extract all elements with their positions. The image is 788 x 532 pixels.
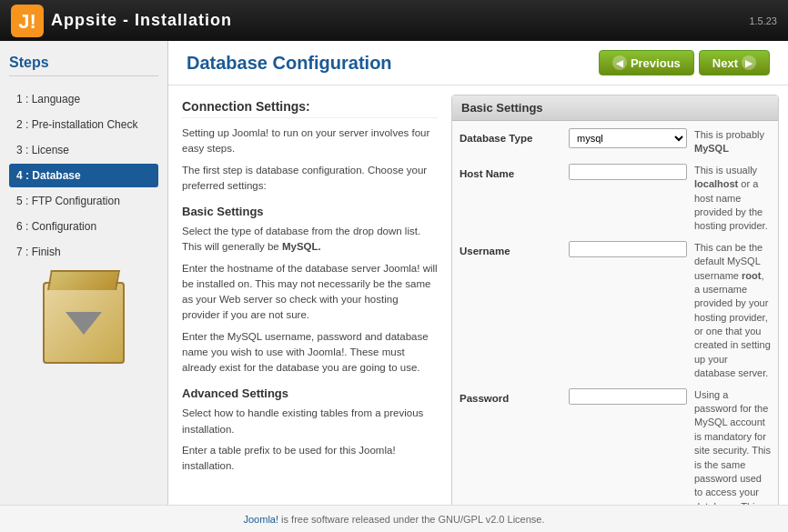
next-button[interactable]: Next ▶ [699,50,770,75]
sidebar-item-preinstall[interactable]: 2 : Pre-installation Check [9,113,158,136]
footer: Joomla! is free software released under … [0,505,788,532]
basic-desc-2: Enter the hostname of the database serve… [182,261,438,324]
content-area: Database Configuration ◀ Previous Next ▶… [168,41,788,505]
previous-button[interactable]: ◀ Previous [599,50,694,75]
right-panel: Basic Settings Database Type mysql mysql… [451,95,779,505]
advanced-desc-2: Enter a table prefix to be used for this… [182,443,438,475]
connection-section-title: Connection Settings: [182,99,438,118]
content-header: Database Configuration ◀ Previous Next ▶ [168,41,788,85]
joomla-logo-icon: J! [11,5,44,37]
basic-desc-3: Enter the MySQL username, password and d… [182,329,438,376]
version-label: 1.5.23 [749,15,777,26]
db-type-label: Database Type [460,133,532,144]
sidebar-item-license[interactable]: 3 : License [9,138,158,162]
header: J! Appsite - Installation 1.5.23 [0,0,788,41]
main-layout: Steps 1 : Language 2 : Pre-installation … [0,41,788,505]
password-row: Password Using a password for the MySQL … [460,388,771,505]
sidebar-title: Steps [9,55,158,76]
basic-settings-subtitle: Basic Settings [182,205,438,218]
content-body: Connection Settings: Setting up Joomla! … [168,85,788,505]
advanced-desc-1: Select how to handle existing tables fro… [182,406,438,437]
page-title: Database Configuration [187,53,392,74]
username-label: Username [460,246,510,256]
advanced-settings-subtitle: Advanced Settings [182,386,438,400]
app-title: Appsite - Installation [51,11,232,30]
host-label: Host Name [460,168,514,179]
intro-text-1: Setting up Joomla! to run on your server… [182,125,438,157]
svg-text:J!: J! [18,10,36,33]
panel-body: Database Type mysql mysqli This is proba… [452,121,778,505]
sidebar: Steps 1 : Language 2 : Pre-installation … [0,41,168,505]
username-input[interactable] [569,241,687,257]
sidebar-item-language[interactable]: 1 : Language [9,87,158,111]
username-row: Username This can be the default MySQL u… [460,241,771,381]
db-type-select[interactable]: mysql mysqli [569,128,687,148]
nav-buttons: ◀ Previous Next ▶ [599,50,770,75]
host-row: Host Name This is usually localhost or a… [460,164,771,234]
basic-desc-1: Select the type of database from the dro… [182,224,438,256]
password-input[interactable] [569,388,687,405]
previous-icon: ◀ [612,55,627,70]
logo-area: J! Appsite - Installation [11,5,232,37]
next-icon: ▶ [742,55,756,70]
password-label: Password [460,393,509,404]
sidebar-item-configuration[interactable]: 6 : Configuration [9,215,158,238]
left-panel: Connection Settings: Setting up Joomla! … [177,95,442,505]
download-arrow-icon [66,312,102,335]
sidebar-item-ftp[interactable]: 5 : FTP Configuration [9,189,158,213]
joomla-link[interactable]: Joomla! [244,514,279,525]
intro-text-2: The first step is database configuration… [182,163,438,195]
sidebar-item-database[interactable]: 4 : Database [9,164,158,187]
sidebar-item-finish[interactable]: 7 : Finish [9,240,158,264]
host-input[interactable] [569,164,687,180]
joomla-box-decoration [43,282,125,364]
db-type-row: Database Type mysql mysqli This is proba… [460,128,771,156]
panel-header: Basic Settings [452,95,778,121]
